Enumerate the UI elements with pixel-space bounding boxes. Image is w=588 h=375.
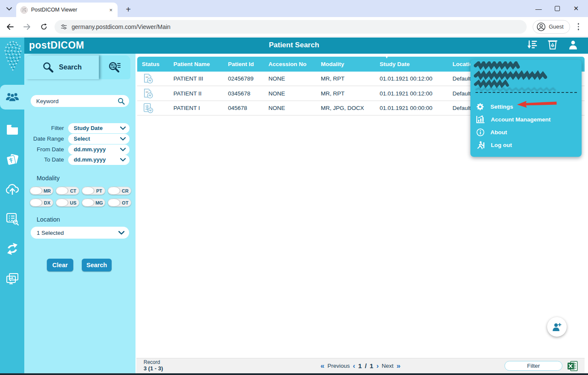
sidebar-item-worklist[interactable] [0,208,24,230]
cell-study-date: 01.01.1921 00:00:00 [375,105,448,111]
modality-label: Modality [37,175,60,182]
sidebar-item-patient-search[interactable] [0,85,24,110]
modality-toggle-label: OT [120,200,131,205]
back-button[interactable] [3,20,17,34]
monitor-transfer-icon [6,273,19,285]
column-accession-no[interactable]: Accession No [264,61,316,67]
modality-toggle-mg[interactable]: MG [82,199,105,207]
cell-accession: NONE [264,90,316,97]
sidebar-item-upload[interactable] [0,178,24,200]
tab-basic-search[interactable]: Search [26,55,99,79]
modality-toggle-label: MR [42,188,53,193]
filter-label: Filter [26,125,68,131]
tab-advanced-search[interactable] [99,55,130,79]
results-filter-input[interactable] [504,361,562,371]
modality-toggle-label: CR [120,188,131,193]
from-date-select[interactable]: dd.mm.yyyy [68,144,130,155]
search-button[interactable]: Search [82,259,112,271]
keyword-field [31,95,129,107]
menu-divider [476,92,577,93]
column-study-date[interactable]: ▼Study Date [375,61,448,67]
cell-patient-id: 0345678 [223,90,264,97]
cell-accession: NONE [264,75,316,82]
export-excel-icon[interactable] [568,361,578,371]
current-page: 1 [358,362,362,370]
first-page-button[interactable]: « [320,362,324,370]
column-modality[interactable]: Modality [316,61,375,67]
menu-item-logout[interactable]: Log out [476,139,575,151]
report-status-icon [143,88,154,99]
sidebar-item-folders[interactable] [0,118,24,141]
column-patient-id[interactable]: Patient Id [223,61,264,67]
modality-toggle-ot[interactable]: OT [108,199,131,207]
close-button[interactable]: ✕ [572,5,580,12]
trash-recycle-icon[interactable] [547,39,558,50]
user-menu-icon[interactable] [568,39,579,50]
filter-select[interactable]: Study Date [68,123,130,133]
toggle-knob [108,187,120,194]
cell-modality: MR, JPG, DOCX [316,105,375,111]
previous-button[interactable]: Previous [327,363,350,369]
url-bar[interactable]: germany.postdicom.com/Viewer/Main [55,20,527,34]
menu-item-account-management[interactable]: Account Management [476,113,575,125]
minimize-button[interactable]: — [534,5,543,12]
sidebar-item-transfer[interactable] [0,268,24,290]
sidebar-item-share[interactable] [0,238,24,260]
browser-menu-button[interactable] [575,20,582,33]
user-dropdown-menu: Settings Account Management About Log ou… [470,60,582,157]
modality-toggle-cr[interactable]: CR [108,187,131,195]
to-date-select[interactable]: dd.mm.yyyy [68,155,130,165]
status-cell [137,88,169,99]
cell-patient-id: 02456789 [223,75,264,82]
column-status[interactable]: Status [137,61,169,67]
total-pages: 1 [370,362,374,370]
chevron-down-icon [6,7,12,11]
profile-button[interactable]: Guest [533,20,570,34]
window-controls: — ✕ [534,0,585,17]
header-actions [527,39,579,50]
location-select[interactable]: 1 Selected [31,227,129,239]
forward-arrow-icon [23,24,31,30]
maximize-button[interactable] [555,6,560,11]
modality-toggle-label: PT [94,188,105,193]
cell-patient-id: 045678 [223,105,264,111]
filter-row: Filter Study Date [26,123,130,133]
cell-patient-name: PATIENT III [169,75,223,82]
modality-toggle-mr[interactable]: MR [30,187,53,195]
keyword-search-icon[interactable] [118,98,125,105]
forward-button[interactable] [20,20,34,34]
prev-page-button[interactable]: ‹ [353,362,355,370]
url-text: germany.postdicom.com/Viewer/Main [72,23,170,30]
modality-toggle-pt[interactable]: PT [82,187,105,195]
column-study-date-label: Study Date [380,61,410,67]
column-patient-name[interactable]: Patient Name [169,61,223,67]
clear-button[interactable]: Clear [47,259,73,271]
modality-toggle-dx[interactable]: DX [30,199,53,207]
next-button[interactable]: Next [382,363,394,369]
date-range-row: Date Range Select [26,133,130,144]
modality-toggle-ct[interactable]: CT [56,187,79,195]
patients-group-icon [6,92,19,103]
toggle-knob [108,199,120,206]
keyword-input[interactable] [36,98,118,104]
chevron-down-icon [120,158,126,162]
modality-toggles: MR CT PT CR DX US MG OT [30,187,131,207]
modality-toggle-us[interactable]: US [56,199,79,207]
menu-item-about[interactable]: About [476,126,575,138]
sort-list-icon[interactable] [527,39,538,50]
last-page-button[interactable]: » [397,362,401,370]
toggle-knob [82,199,94,206]
new-tab-button[interactable]: + [123,4,134,15]
reload-button[interactable] [37,20,51,34]
share-patient-fab[interactable] [547,317,567,337]
browser-tab[interactable]: PostDICOM Viewer × [16,3,118,17]
tab-close-icon[interactable]: × [108,7,113,13]
browser-toolbar: germany.postdicom.com/Viewer/Main Guest [0,17,588,37]
modality-toggle-label: US [68,200,79,205]
date-range-select[interactable]: Select [68,134,130,144]
sidebar-item-studies[interactable] [0,148,24,170]
tab-search-button[interactable] [3,4,14,14]
chevron-down-icon [118,231,124,235]
next-page-button[interactable]: › [376,362,379,370]
location-value: 1 Selected [37,230,64,236]
